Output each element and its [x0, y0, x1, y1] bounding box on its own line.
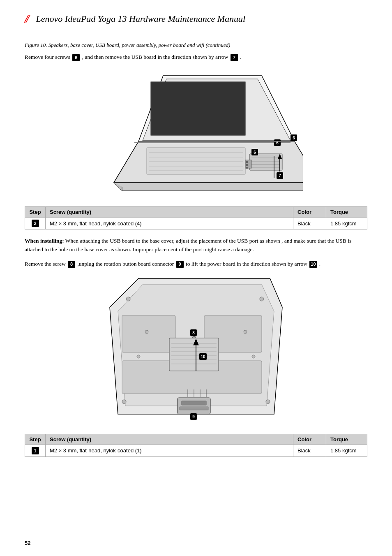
diagram2-container: 8 10 9: [25, 274, 367, 426]
instruction-text-3: .: [240, 54, 241, 60]
svg-rect-48: [182, 401, 206, 405]
table1-header-screw: Screw (quantity): [46, 207, 293, 218]
svg-point-56: [137, 355, 140, 358]
table2-header-torque: Torque: [326, 434, 367, 445]
diagram2: 8 10 9: [97, 274, 295, 426]
table1-step: 2: [25, 218, 46, 229]
table2-header-color: Color: [293, 434, 326, 445]
svg-text:6: 6: [293, 136, 295, 140]
table2-torque: 1.85 kgfcm: [326, 445, 367, 456]
note1: When installing: When attaching the USB …: [25, 237, 367, 254]
table2-header-step: Step: [25, 434, 46, 445]
table1-header-color: Color: [293, 207, 326, 218]
diagram1: 6 6 6 7: [89, 67, 303, 199]
note1-text: When attaching the USB board to the base…: [25, 238, 351, 253]
svg-rect-26: [246, 164, 248, 166]
table2-step: 1: [25, 445, 46, 456]
svg-rect-1: [147, 148, 245, 174]
figure2-text-4: .: [319, 261, 321, 267]
badge-1: 1: [32, 447, 39, 454]
diagram1-container: 6 6 6 7: [25, 67, 367, 199]
badge-10: 10: [309, 261, 317, 268]
badge-9: 9: [176, 261, 184, 268]
instruction-text-2: , and then remove the USB board in the d…: [82, 54, 230, 60]
table1-color: Black: [293, 218, 326, 229]
svg-rect-35: [169, 338, 219, 371]
figure2-text-3: to lift the power board in the direction…: [186, 261, 309, 267]
figure1-instruction: Remove four screws 6 , and then remove t…: [25, 53, 367, 62]
table2-header-screw: Screw (quantity): [46, 434, 293, 445]
svg-text:8: 8: [192, 331, 195, 335]
table1-header-step: Step: [25, 207, 46, 218]
page-header: // Lenovo IdeaPad Yoga 13 Hardware Maint…: [25, 12, 367, 29]
table1-row-1: 2 M2 × 3 mm, flat-head, nylok-coated (4)…: [25, 218, 367, 229]
svg-rect-47: [178, 398, 210, 414]
table1-header-torque: Torque: [326, 207, 367, 218]
svg-point-55: [244, 330, 247, 334]
page-title: Lenovo IdeaPad Yoga 13 Hardware Maintena…: [36, 14, 246, 24]
svg-text:6: 6: [254, 150, 256, 155]
badge-6a: 6: [72, 54, 80, 61]
svg-rect-27: [246, 167, 248, 169]
svg-rect-28: [122, 315, 175, 352]
table1-torque: 1.85 kgfcm: [326, 218, 367, 229]
note1-bold: When installing:: [25, 238, 64, 244]
svg-rect-25: [246, 161, 248, 163]
screw-table-2: Step Screw (quantity) Color Torque 1 M2 …: [25, 434, 367, 457]
screw-table-1: Step Screw (quantity) Color Torque 2 M2 …: [25, 206, 367, 229]
svg-point-32: [260, 297, 264, 301]
figure2-instruction: Remove the screw 8 ,unplug the rotation …: [25, 260, 367, 269]
svg-point-31: [126, 297, 130, 301]
page-number: 52: [25, 540, 30, 546]
svg-rect-0: [151, 82, 245, 135]
svg-point-34: [266, 400, 270, 404]
page: // Lenovo IdeaPad Yoga 13 Hardware Maint…: [0, 0, 392, 556]
table2-screw-desc: M2 × 3 mm, flat-head, nylok-coated (1): [46, 445, 293, 456]
svg-text:7: 7: [279, 174, 281, 178]
table2-color: Black: [293, 445, 326, 456]
table2-row-1: 1 M2 × 3 mm, flat-head, nylok-coated (1)…: [25, 445, 367, 456]
badge-2: 2: [32, 220, 39, 227]
figure1-caption: Figure 10. Speakers, base cover, USB boa…: [25, 42, 367, 49]
svg-rect-49: [180, 407, 208, 410]
svg-text:10: 10: [201, 354, 205, 359]
svg-point-33: [122, 400, 126, 404]
svg-point-57: [252, 355, 255, 358]
svg-point-54: [145, 330, 148, 334]
svg-text:9: 9: [192, 415, 195, 419]
figure2-text-2: ,unplug the rotation button board connec…: [77, 261, 175, 267]
logo: //: [25, 12, 30, 25]
logo-slashes: //: [25, 12, 28, 25]
badge-8: 8: [68, 261, 75, 268]
badge-7: 7: [231, 54, 238, 61]
table1-screw-desc: M2 × 3 mm, flat-head, nylok-coated (4): [46, 218, 293, 229]
instruction-text-1: Remove four screws: [25, 54, 71, 60]
figure2-text-1: Remove the screw: [25, 261, 67, 267]
